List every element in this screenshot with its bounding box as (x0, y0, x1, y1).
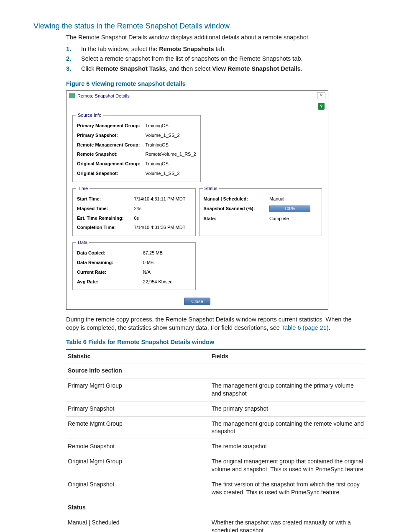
cell-statistic: Original Mgmt Group (66, 454, 210, 477)
table-row: Primary SnapshotThe primary snapshot (66, 401, 366, 416)
dialog-button-row: Close (66, 295, 328, 309)
kv-value: 7/14/10 4:31:36 PM MDT (133, 223, 192, 232)
kv-key: Primary Snapshot: (76, 131, 145, 140)
close-button[interactable]: Close (184, 298, 210, 305)
kv-value: 7/14/10 4:31:11 PM MDT (133, 194, 192, 204)
dialog-title: Remote Snapshot Details (77, 93, 317, 99)
kv-row: Snapshot Scanned (%):100% (203, 204, 319, 214)
kv-row: Data Remaining:0 MB (76, 258, 192, 267)
group-legend: Source Info (76, 112, 103, 118)
step-number: 1. (66, 45, 71, 54)
remote-snapshot-details-dialog: Remote Snapshot Details ✕ ? Source Info … (66, 90, 328, 310)
cell-statistic: Source Info section (66, 363, 210, 378)
section-heading: Viewing the status in the Remote Snapsho… (33, 21, 366, 31)
cell-fields (210, 363, 366, 378)
kv-row: Completion Time:7/14/10 4:31:36 PM MDT (76, 223, 192, 232)
cell-statistic: Manual | Scheduled (66, 515, 210, 532)
cell-fields: The management group containing the remo… (210, 416, 366, 439)
step-bold: Remote Snapshot Tasks (96, 65, 166, 72)
step-2: 2. Select a remote snapshot from the lis… (66, 54, 366, 64)
kv-row: Primary Snapshot:Volume_1_SS_2 (76, 131, 197, 140)
table-row: Status (66, 500, 366, 515)
kv-key: Primary Management Group: (76, 121, 145, 131)
table-row: Original Mgmt GroupThe original manageme… (66, 454, 366, 477)
step-bold: View Remote Snapshot Details (212, 65, 301, 72)
table-caption: Table 6 Fields for Remote Snapshot Detai… (66, 338, 366, 347)
step-bold: Remote Snapshots (159, 46, 214, 52)
kv-value: 0 MB (142, 258, 192, 267)
step-text: In the tab window, select the (81, 46, 159, 52)
kv-value: TrainingOS (145, 159, 197, 169)
intro-paragraph: The Remote Snapshot Details window displ… (66, 33, 366, 42)
kv-row: Manual | Scheduled:Manual (203, 194, 319, 204)
kv-value: 24s (133, 204, 192, 213)
step-text: , and then select (166, 65, 212, 72)
kv-row: Original Snapshot:Volume_1_SS_2 (76, 169, 197, 178)
kv-key: Remote Management Group: (76, 140, 145, 150)
cell-fields (210, 500, 366, 515)
cell-statistic: Primary Mgmt Group (66, 378, 210, 401)
kv-value: TrainingOS (145, 121, 197, 131)
kv-key: State: (203, 214, 269, 224)
kv-key: Avg Rate: (76, 277, 142, 287)
kv-value: Manual (269, 194, 318, 204)
status-group: Status Manual | Scheduled:ManualSnapshot… (199, 185, 322, 236)
kv-key: Original Snapshot: (76, 169, 145, 178)
data-group: Data Data Copied:67.25 MBData Remaining:… (72, 239, 196, 290)
kv-row: Avg Rate:22,954 Kb/sec (76, 277, 192, 287)
kv-row: Est. Time Remaining:0s (76, 213, 192, 223)
cell-fields: The management group containing the prim… (210, 378, 366, 401)
kv-key: Data Copied: (76, 248, 142, 258)
group-legend: Time (76, 185, 90, 192)
cell-fields: Whether the snapshot was created manuall… (210, 515, 366, 532)
help-icon[interactable]: ? (318, 103, 325, 110)
step-text: Click (81, 65, 96, 72)
kv-key: Snapshot Scanned (%): (203, 204, 269, 214)
cell-fields: The first version of the snapshot from w… (210, 477, 366, 500)
kv-row: Elapsed Time:24s (76, 204, 192, 213)
kv-key: Remote Snapshot: (76, 149, 145, 159)
close-icon[interactable]: ✕ (317, 93, 325, 99)
step-number: 2. (66, 55, 71, 63)
table-row: Manual | ScheduledWhether the snapshot w… (66, 515, 366, 532)
dialog-titlebar: Remote Snapshot Details ✕ (66, 91, 328, 101)
kv-value: TrainingOS (145, 140, 197, 150)
kv-row: Current Rate:N/A (76, 267, 192, 277)
kv-row: Remote Management Group:TrainingOS (76, 140, 197, 150)
kv-row: State:Complete (203, 214, 319, 224)
kv-value: 67.25 MB (142, 248, 192, 258)
table-row: Primary Mgmt GroupThe management group c… (66, 378, 366, 401)
kv-value: Complete (269, 214, 318, 224)
fields-table: Statistic Fields Source Info sectionPrim… (66, 349, 366, 532)
kv-row: Data Copied:67.25 MB (76, 248, 192, 258)
table-row: Source Info section (66, 363, 366, 378)
dialog-help-row: ? (66, 101, 328, 110)
kv-row: Original Management Group:TrainingOS (76, 159, 197, 169)
cell-fields: The remote snapshot (210, 439, 366, 454)
cell-fields: The primary snapshot (210, 401, 366, 416)
cell-statistic: Remote Mgmt Group (66, 416, 210, 439)
paragraph-text: . (329, 324, 330, 331)
step-text: tab. (214, 46, 226, 52)
step-text: Select a remote snapshot from the list o… (81, 55, 303, 62)
progress-bar: 100% (269, 206, 310, 212)
dialog-icon (69, 93, 75, 98)
table-row: Original SnapshotThe first version of th… (66, 477, 366, 500)
cell-statistic: Remote Snapshot (66, 439, 210, 454)
cell-statistic: Primary Snapshot (66, 401, 210, 416)
kv-value: Volume_1_SS_2 (145, 131, 197, 140)
group-legend: Data (76, 239, 89, 246)
kv-value: 100% (269, 204, 318, 214)
step-3: 3. Click Remote Snapshot Tasks, and then… (66, 64, 366, 74)
figure-caption: Figure 6 Viewing remote snapshot details (66, 80, 366, 88)
step-1: 1. In the tab window, select the Remote … (66, 44, 366, 54)
kv-key: Data Remaining: (76, 258, 142, 267)
time-group: Time Start Time:7/14/10 4:31:11 PM MDTEl… (72, 185, 196, 236)
kv-value: 0s (133, 213, 192, 223)
kv-key: Start Time: (76, 194, 133, 204)
kv-key: Elapsed Time: (76, 204, 133, 213)
kv-row: Start Time:7/14/10 4:31:11 PM MDT (76, 194, 192, 204)
table-6-link[interactable]: Table 6 (page 21) (281, 324, 329, 331)
kv-value: 22,954 Kb/sec (142, 277, 192, 287)
kv-value: Volume_1_SS_2 (145, 169, 197, 178)
